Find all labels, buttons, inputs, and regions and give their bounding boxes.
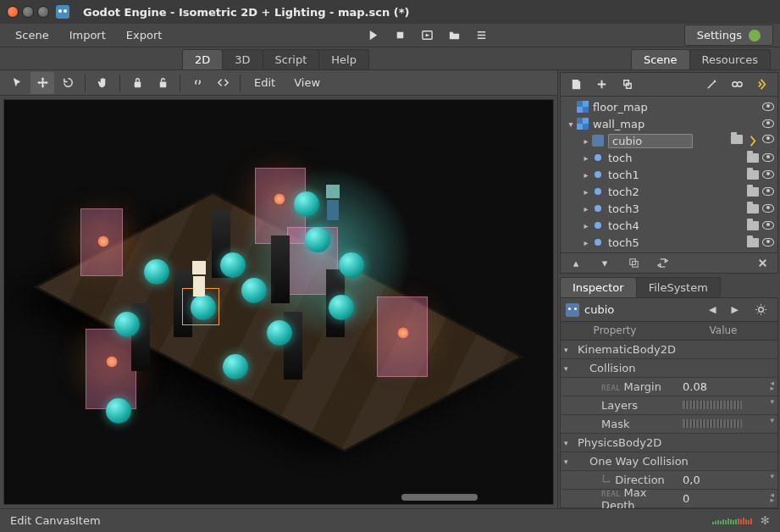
scene-panel-toolbar xyxy=(561,73,777,97)
tree-item-cubio[interactable]: ▸cubio xyxy=(561,132,777,149)
inspector-settings-button[interactable] xyxy=(749,300,772,320)
light-rect xyxy=(80,208,123,276)
tree-down-button[interactable]: ▾ xyxy=(593,253,617,274)
window-close-button[interactable] xyxy=(7,6,19,18)
instance-button[interactable] xyxy=(615,75,639,95)
tab-3d[interactable]: 3D xyxy=(222,49,263,69)
open-scene-icon[interactable] xyxy=(747,238,759,247)
pan-tool[interactable] xyxy=(91,72,114,94)
tab-help[interactable]: Help xyxy=(318,49,369,69)
tree-delete-button[interactable] xyxy=(750,253,774,274)
visibility-icon[interactable] xyxy=(762,103,774,111)
script-icon[interactable] xyxy=(746,135,759,147)
move-tool[interactable] xyxy=(30,72,54,94)
node2d-icon xyxy=(591,151,605,164)
tree-item-toch5[interactable]: ▸toch5 xyxy=(561,234,777,251)
code-tool[interactable] xyxy=(211,72,235,94)
tree-item-toch1[interactable]: ▸toch1 xyxy=(561,166,777,183)
tab-filesystem[interactable]: FileSystem xyxy=(636,277,721,297)
expand-icon[interactable]: ▾ xyxy=(566,119,576,129)
window-maximize-button[interactable] xyxy=(37,6,49,18)
new-node-button[interactable] xyxy=(564,75,588,95)
open-scene-icon[interactable] xyxy=(731,135,743,144)
open-folder-button[interactable] xyxy=(443,25,467,46)
spinner-icon: ✻ xyxy=(761,514,770,527)
history-next-button[interactable]: ▶ xyxy=(727,302,744,317)
expand-icon[interactable]: ▸ xyxy=(581,238,591,247)
history-prev-button[interactable]: ◀ xyxy=(704,302,721,317)
play-scene-button[interactable] xyxy=(416,25,440,46)
col-property: Property xyxy=(561,322,669,340)
tree-item-toch4[interactable]: ▸toch4 xyxy=(561,217,777,234)
expand-icon[interactable]: ▸ xyxy=(581,170,591,180)
prop-mask[interactable]: Mask▾ xyxy=(561,415,777,434)
expand-icon[interactable]: ▸ xyxy=(581,153,591,163)
prop-layers[interactable]: Layers▾ xyxy=(561,396,777,415)
unlock-tool[interactable] xyxy=(151,72,174,94)
prop-collision[interactable]: ▾Collision xyxy=(561,359,777,378)
open-scene-icon[interactable] xyxy=(747,204,759,213)
menubar: Scene Import Export Settings xyxy=(0,24,780,47)
stop-button[interactable] xyxy=(389,25,412,46)
visibility-icon[interactable] xyxy=(762,238,774,247)
tree-item-label: floor_map xyxy=(593,101,777,114)
expand-icon[interactable]: ▸ xyxy=(581,187,591,197)
tab-inspector[interactable]: Inspector xyxy=(560,277,637,297)
play-button[interactable] xyxy=(362,25,385,46)
settings-button[interactable]: Settings xyxy=(684,25,773,46)
tab-2d[interactable]: 2D xyxy=(182,49,223,69)
tree-dup-button[interactable] xyxy=(622,253,645,274)
visibility-icon[interactable] xyxy=(762,153,774,162)
tree-reparent-button[interactable] xyxy=(650,253,674,274)
open-scene-icon[interactable] xyxy=(747,187,759,197)
menu-scene[interactable]: Scene xyxy=(7,25,58,45)
prop-physicsbody2d[interactable]: ▾PhysicsBody2D xyxy=(561,434,777,452)
list-button[interactable] xyxy=(470,25,494,46)
visibility-icon[interactable] xyxy=(762,221,774,230)
window-minimize-button[interactable] xyxy=(22,6,34,18)
tab-script[interactable]: Script xyxy=(263,49,320,69)
prop-max-depth[interactable]: REALMax Depth0◂▸ xyxy=(561,490,777,508)
visibility-icon[interactable] xyxy=(762,170,774,179)
menu-import[interactable]: Import xyxy=(61,25,114,45)
tree-item-wall_map[interactable]: ▾wall_map xyxy=(561,115,777,132)
expand-icon[interactable]: ▸ xyxy=(581,204,591,213)
link-tool[interactable] xyxy=(185,72,209,94)
rotate-tool[interactable] xyxy=(56,72,80,94)
visibility-icon[interactable] xyxy=(762,187,774,196)
status-text: Edit CanvasItem xyxy=(10,514,101,527)
open-scene-icon[interactable] xyxy=(747,170,759,180)
expand-icon[interactable]: ▸ xyxy=(581,221,591,230)
select-tool[interactable] xyxy=(5,72,29,94)
node2d-icon xyxy=(591,185,605,198)
prop-one-way-collision[interactable]: ▾One Way Collision xyxy=(561,452,777,471)
tree-item-toch3[interactable]: ▸toch3 xyxy=(561,200,777,217)
tab-scene-panel[interactable]: Scene xyxy=(631,49,690,69)
expand-icon[interactable]: ▸ xyxy=(581,136,591,146)
viewport-hscroll[interactable] xyxy=(4,494,553,502)
lock-tool[interactable] xyxy=(125,72,149,94)
prop-margin[interactable]: REALMargin0.08◂▸ xyxy=(561,378,777,396)
open-scene-icon[interactable] xyxy=(747,153,759,163)
tree-up-button[interactable]: ▴ xyxy=(564,253,588,274)
tree-item-toch[interactable]: ▸toch xyxy=(561,149,777,166)
menu-export[interactable]: Export xyxy=(118,25,171,45)
visibility-icon[interactable] xyxy=(762,119,774,128)
prop-kinematicbody2d[interactable]: ▾KinematicBody2D xyxy=(561,341,777,359)
signal-icon[interactable] xyxy=(750,75,774,95)
tree-item-floor_map[interactable]: floor_map xyxy=(561,98,777,115)
tree-item-toch2[interactable]: ▸toch2 xyxy=(561,183,777,200)
wand-icon[interactable] xyxy=(700,75,723,95)
viewport-2d[interactable] xyxy=(3,99,554,505)
connections-icon[interactable] xyxy=(725,75,749,95)
view-menu[interactable]: View xyxy=(285,73,329,92)
inspector-header: cubio ◀ ▶ xyxy=(561,298,777,322)
visibility-icon[interactable] xyxy=(762,204,774,213)
visibility-icon[interactable] xyxy=(762,135,774,143)
edit-menu[interactable]: Edit xyxy=(246,73,284,92)
tab-resources-panel[interactable]: Resources xyxy=(689,49,771,69)
add-node-button[interactable] xyxy=(589,75,613,95)
scene-tree[interactable]: floor_map▾wall_map▸cubio▸toch▸toch1▸toch… xyxy=(561,97,777,252)
open-scene-icon[interactable] xyxy=(747,221,759,230)
window-title: Godot Engine - Isometric 2D + Lighting -… xyxy=(83,6,409,19)
